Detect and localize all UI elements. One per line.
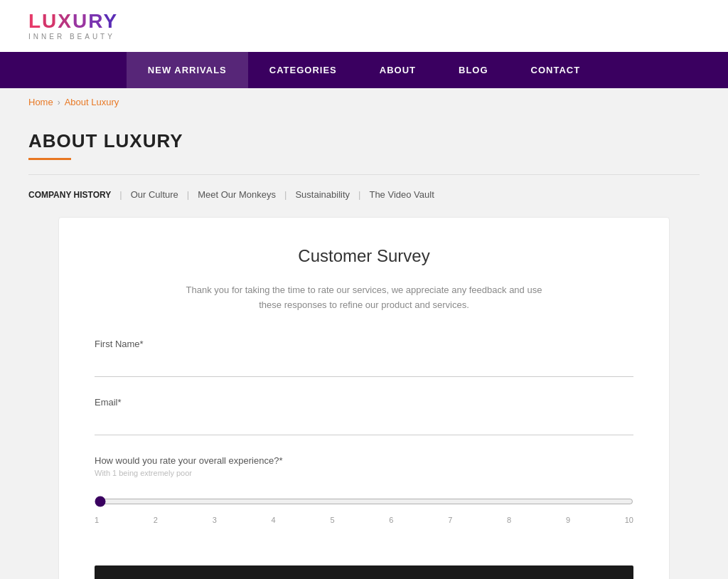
main-nav: NEW ARRIVALS CATEGORIES ABOUT BLOG CONTA… [0,52,728,88]
header: LUXURY INNER BEAUTY [0,0,728,52]
breadcrumb: Home › About Luxury [0,88,728,116]
subnav-sep-3: | [284,189,287,200]
rating-label: How would you rate your overall experien… [95,455,633,466]
breadcrumb-separator: › [58,97,60,107]
first-name-group: First Name* [95,339,633,377]
title-underline [28,158,71,160]
subnav-our-culture[interactable]: Our Culture [131,189,187,200]
subnav-sep-1: | [119,189,122,200]
rating-slider[interactable] [95,496,633,507]
slider-container: 1 2 3 4 5 6 7 8 9 10 [95,489,633,531]
survey-title: Customer Survey [95,246,633,266]
subnav-video-vault[interactable]: The Video Vault [369,189,442,200]
email-group: Email* [95,397,633,435]
breadcrumb-home[interactable]: Home [28,97,53,107]
nav-item-contact[interactable]: CONTACT [510,52,602,88]
subnav-company-history[interactable]: COMPANY HISTORY [28,190,119,200]
survey-description: Thank you for taking the time to rate ou… [179,283,549,313]
survey-card: Customer Survey Thank you for taking the… [58,217,670,579]
first-name-label: First Name* [95,339,633,349]
email-label: Email* [95,397,633,408]
subnav-sep-2: | [187,189,189,200]
subnav-meet-monkeys[interactable]: Meet Our Monkeys [198,189,284,200]
logo-text: LUXURY [28,11,118,31]
page-title: ABOUT LUXURY [28,130,700,152]
nav-item-blog[interactable]: BLOG [437,52,510,88]
main-content: ABOUT LUXURY COMPANY HISTORY | Our Cultu… [0,116,728,579]
logo[interactable]: LUXURY INNER BEAUTY [28,11,118,41]
nav-item-categories[interactable]: CATEGORIES [248,52,358,88]
subnav-sep-4: | [358,189,360,200]
slider-numbers: 1 2 3 4 5 6 7 8 9 10 [95,516,633,524]
rating-sublabel: With 1 being extremely poor [95,469,633,477]
nav-item-about[interactable]: ABOUT [358,52,437,88]
submit-button[interactable]: Submit [95,565,633,579]
nav-item-new-arrivals[interactable]: NEW ARRIVALS [127,52,248,88]
title-divider [28,174,700,175]
breadcrumb-current[interactable]: About Luxury [65,97,119,107]
email-input[interactable] [95,415,633,435]
subnav-sustainability[interactable]: Sustainability [295,189,358,200]
sub-nav: COMPANY HISTORY | Our Culture | Meet Our… [28,189,700,200]
logo-subtitle: INNER BEAUTY [28,33,118,41]
first-name-input[interactable] [95,356,633,377]
rating-group: How would you rate your overall experien… [95,455,633,531]
